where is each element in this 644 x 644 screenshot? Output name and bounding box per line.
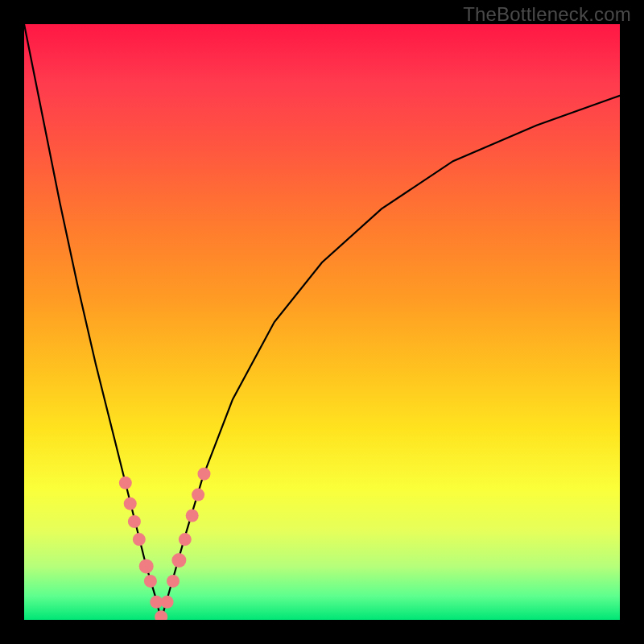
chart-frame: TheBottleneck.com (0, 0, 644, 644)
attribution-label: TheBottleneck.com (463, 3, 631, 26)
data-point (179, 533, 192, 546)
chart-svg (24, 24, 620, 620)
data-point (161, 596, 174, 609)
data-point (167, 575, 180, 588)
plot-area (24, 24, 620, 620)
data-point (192, 489, 204, 502)
data-point (124, 497, 137, 510)
data-point (155, 610, 167, 620)
data-point (119, 477, 132, 489)
data-point (144, 575, 157, 588)
data-points (119, 468, 211, 620)
data-point (186, 510, 199, 522)
attribution-text: TheBottleneck.com (463, 3, 631, 25)
data-point (128, 515, 141, 528)
bottleneck-curve (24, 24, 620, 620)
data-point (197, 468, 210, 481)
data-point (139, 559, 154, 573)
data-point (133, 533, 146, 546)
data-point (171, 553, 186, 568)
